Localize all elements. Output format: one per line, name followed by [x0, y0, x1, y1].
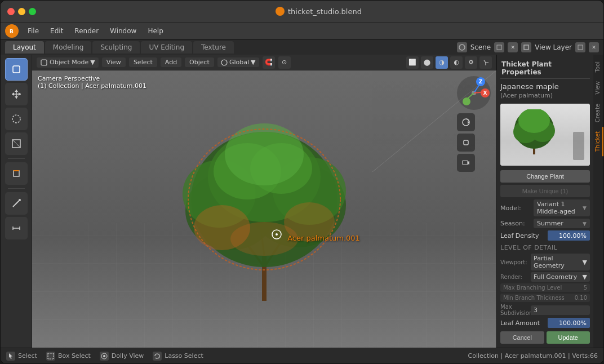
maximize-button[interactable] [29, 8, 36, 15]
leaf-density-bar[interactable]: 100.00% [548, 230, 590, 241]
view-layer-close-icon[interactable]: ✕ [589, 42, 599, 52]
tool-select[interactable] [5, 58, 28, 81]
lasso-select-label: Lasso Select [165, 352, 203, 359]
dolly-icon [100, 352, 109, 361]
viewport-canvas[interactable]: Camera Perspective (1) Collection | Acer… [32, 70, 496, 348]
gizmo-axes[interactable]: Z X [457, 76, 491, 110]
svg-rect-5 [578, 45, 583, 50]
plant-preview [500, 104, 590, 166]
leaf-amount-bar[interactable]: 100.00% [548, 318, 590, 328]
model-value[interactable]: Variant 1 Middle-aged ▼ [534, 199, 590, 216]
viewport-arrow: ▼ [583, 259, 587, 266]
workspace-tabs: Layout Modeling Sculpting UV Editing Tex… [1, 39, 603, 55]
material-icon[interactable]: ◑ [436, 56, 448, 69]
menu-help[interactable]: Help [143, 25, 167, 37]
scene-settings-icon[interactable] [494, 42, 504, 52]
menu-window[interactable]: Window [105, 25, 141, 37]
svg-point-61 [518, 109, 550, 133]
svg-rect-62 [48, 353, 54, 359]
filename-label: thicket_studio.blend [288, 7, 362, 16]
plant-preview-person [573, 132, 584, 160]
traffic-lights [7, 8, 36, 15]
wireframe-icon[interactable]: ⬜ [406, 56, 419, 69]
view-btn[interactable]: View [102, 57, 126, 67]
min-branch-label: Min Branch Thickness [503, 295, 565, 301]
tool-annotate[interactable] [5, 192, 28, 215]
change-plant-btn[interactable]: Change Plant [500, 170, 590, 183]
min-branch-value: 0.10 [575, 295, 587, 301]
close-button[interactable] [7, 8, 15, 15]
snap-icon[interactable]: 🧲 [263, 56, 275, 69]
svg-marker-10 [15, 96, 18, 99]
mode-arrow: ▼ [90, 59, 95, 66]
tab-sculpting[interactable]: Sculpting [92, 41, 140, 54]
view-layer-settings-icon[interactable] [575, 42, 585, 52]
scene-close-icon[interactable]: ✕ [508, 42, 518, 52]
status-collection-info: Collection | Acer palmatum.001 | Verts:6… [468, 352, 598, 359]
tab-uv-editing[interactable]: UV Editing [141, 41, 192, 54]
mode-dropdown[interactable]: Object Mode ▼ [37, 57, 99, 68]
max-branching-label: Max Branching Level [503, 285, 562, 291]
vtab-view[interactable]: View [593, 77, 603, 99]
svg-point-13 [12, 115, 20, 123]
render-value[interactable]: Full Geometry ▼ [531, 272, 590, 282]
solid-icon[interactable]: ⬤ [421, 56, 433, 69]
cancel-btn[interactable]: Cancel [500, 331, 544, 344]
max-subdivisions-value[interactable]: 3 [531, 305, 590, 315]
svg-marker-9 [15, 90, 18, 92]
tree-container [174, 98, 354, 312]
status-right-info: Collection | Acer palmatum.001 | Verts:6… [468, 352, 598, 359]
sync-icon[interactable] [457, 113, 475, 131]
viewport-value[interactable]: Partial Geometry ▼ [531, 254, 590, 270]
viewport-options-icon[interactable]: ⚙ [465, 56, 477, 69]
render-row: Render: Full Geometry ▼ [500, 272, 590, 282]
make-unique-btn[interactable]: Make Unique (1) [500, 185, 590, 197]
window-title: thicket_studio.blend [41, 7, 597, 16]
svg-line-15 [12, 140, 20, 148]
select-mouse-icon [6, 352, 15, 361]
select-btn[interactable]: Select [129, 57, 157, 67]
leaf-amount-value: 100.00% [559, 319, 587, 327]
scene-label: Scene [470, 43, 491, 51]
grab-icon[interactable] [457, 134, 475, 152]
level-of-detail-title: Level of Detail [500, 244, 590, 251]
svg-rect-4 [524, 45, 528, 50]
object-btn[interactable]: Object [185, 57, 214, 67]
tool-rotate[interactable] [5, 108, 28, 130]
tab-layout[interactable]: Layout [5, 41, 44, 54]
tab-modeling[interactable]: Modeling [45, 41, 92, 54]
right-panel: Thicket Plant Properties Japanese maple … [496, 55, 603, 348]
tool-scale[interactable] [5, 132, 28, 155]
rendered-icon[interactable]: ◐ [450, 56, 463, 69]
max-branching-row: Max Branching Level 5 [500, 283, 590, 292]
update-btn[interactable]: Update [547, 331, 590, 344]
minimize-button[interactable] [18, 8, 25, 15]
season-value[interactable]: Summer ▼ [534, 219, 590, 228]
blend-file-icon [276, 7, 285, 16]
transform-dropdown[interactable]: Global ▼ [217, 57, 259, 67]
menu-file[interactable]: File [23, 25, 43, 37]
plant-name: Japanese maple [500, 82, 590, 91]
gizmo-icon[interactable] [479, 56, 492, 69]
tab-texture[interactable]: Texture [193, 41, 234, 54]
select-label: Select [18, 352, 37, 359]
viewport-header: Object Mode ▼ View Select Add Object Glo… [32, 55, 496, 70]
blender-logo[interactable]: B [5, 24, 19, 38]
menu-edit[interactable]: Edit [46, 25, 68, 37]
svg-rect-3 [497, 45, 501, 50]
tool-measure[interactable] [5, 217, 28, 239]
viewport-gizmo: Z X [457, 76, 491, 172]
add-btn[interactable]: Add [161, 57, 181, 67]
transform-gizmo [269, 227, 285, 242]
svg-line-18 [13, 200, 20, 207]
season-arrow: ▼ [583, 221, 587, 227]
tool-transform[interactable] [5, 162, 28, 185]
proportional-icon[interactable]: ⊙ [278, 56, 291, 69]
min-branch-row: Min Branch Thickness 0.10 [500, 294, 590, 302]
camera-view-icon[interactable] [457, 154, 475, 172]
menu-render[interactable]: Render [70, 25, 103, 37]
vtab-create[interactable]: Create [593, 99, 603, 127]
vtab-thicket[interactable]: Thicket [593, 127, 603, 156]
vtab-tool[interactable]: Tool [593, 57, 603, 77]
tool-move[interactable] [5, 83, 28, 105]
